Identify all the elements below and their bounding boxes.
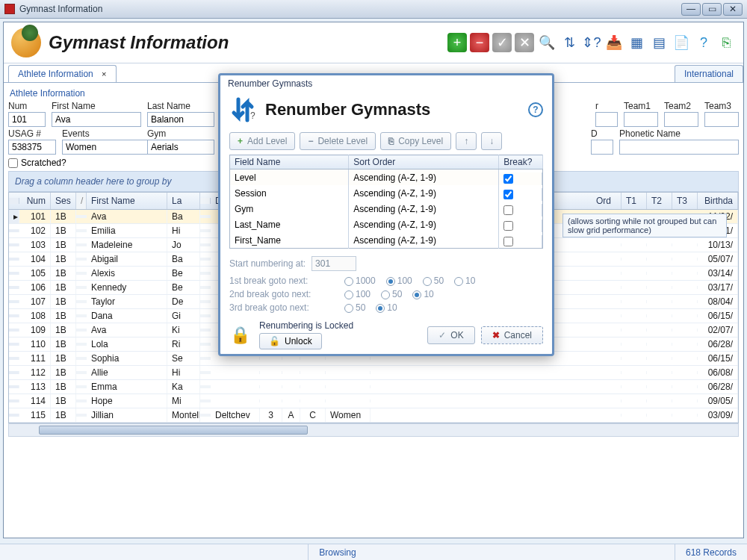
grid-col-Birthda[interactable]: Birthda <box>698 193 738 209</box>
break-checkbox[interactable] <box>503 205 513 215</box>
grid2-icon[interactable]: ▤ <box>649 33 669 52</box>
break-option[interactable]: 10 <box>412 289 433 299</box>
label-usag: USAG # <box>8 128 56 139</box>
tab-athlete-information[interactable]: Athlete Information × <box>8 65 117 82</box>
label-start-numbering: Start numbering at: <box>229 258 306 269</box>
grid-col-T3[interactable]: T3 <box>672 193 698 209</box>
table-row[interactable]: 1121BAllieHi06/08/ <box>9 366 738 380</box>
tab-label: International <box>684 69 734 79</box>
header-toolbar: + − ✓ ✕ 🔍 ⇅ ⇕? 📥 ▦ ▤ 📄 ? ⎘ <box>447 33 736 52</box>
grid-col-indicator[interactable] <box>9 198 19 204</box>
move-up-button[interactable]: ↑ <box>456 132 477 150</box>
break-checkbox[interactable] <box>503 221 513 231</box>
copy-level-button[interactable]: ⎘Copy Level <box>380 132 451 150</box>
input-d[interactable] <box>591 140 613 155</box>
table-row[interactable]: 1151BJillianMontellaDeltchev3ACWomen03/0… <box>9 408 738 423</box>
input-last-name[interactable] <box>147 112 214 127</box>
sort-fields-table: Field Name Sort Order Break? LevelAscend… <box>229 155 543 249</box>
sort-icon[interactable]: ⇅ <box>560 33 579 52</box>
input-team2[interactable] <box>664 112 698 127</box>
table-row[interactable]: 1131BEmmaKa06/28/ <box>9 380 738 394</box>
col-field-name[interactable]: Field Name <box>230 155 349 169</box>
grid-col-T2[interactable]: T2 <box>647 193 672 209</box>
break-option[interactable]: 50 <box>423 276 444 286</box>
label-phonetic: Phonetic Name <box>619 128 739 139</box>
break-checkbox[interactable] <box>503 174 513 184</box>
label-events: Events <box>62 128 141 139</box>
maximize-button[interactable]: ▭ <box>702 3 722 16</box>
notes-icon[interactable]: 📄 <box>672 33 691 52</box>
tab-international[interactable]: International <box>675 65 743 82</box>
checkbox-scratched[interactable] <box>8 158 18 168</box>
app-icon <box>4 4 15 14</box>
break-option[interactable]: 50 <box>344 302 365 313</box>
cancel-icon[interactable]: ✕ <box>515 33 534 52</box>
renumber-icon[interactable]: ⇕? <box>582 33 601 52</box>
remove-icon[interactable]: − <box>470 33 489 52</box>
add-icon[interactable]: + <box>447 33 467 52</box>
move-down-button[interactable]: ↓ <box>481 132 502 150</box>
dialog-help-icon[interactable]: ? <box>528 102 543 117</box>
dialog-heading: Renumber Gymnasts <box>265 100 430 119</box>
sort-field-row[interactable]: GymAscending (A-Z, 1-9) <box>230 201 543 217</box>
input-team1[interactable] <box>624 112 658 127</box>
break-option[interactable]: 100 <box>344 289 371 299</box>
unlock-icon: 🔓 <box>269 336 280 346</box>
status-bar: Browsing 618 Records <box>0 544 747 560</box>
break-option[interactable]: 50 <box>381 289 402 299</box>
input-team3[interactable] <box>704 112 739 127</box>
input-r[interactable] <box>595 112 618 127</box>
label-team2: Team2 <box>664 101 698 111</box>
label-d: D <box>591 128 613 139</box>
input-first-name[interactable] <box>52 112 141 127</box>
break-row: 1st break goto next:10001005010 <box>229 276 543 286</box>
grid-col-/[interactable]: / <box>76 193 87 209</box>
grid-col-T1[interactable]: T1 <box>622 193 647 209</box>
table-row[interactable]: 1141BHopeMi09/05/ <box>9 394 738 408</box>
grid-col-Ord[interactable]: Ord <box>592 193 622 209</box>
status-records: 618 Records <box>675 544 747 560</box>
ok-button[interactable]: ✓OK <box>427 326 474 344</box>
grid1-icon[interactable]: ▦ <box>627 33 646 52</box>
sort-field-row[interactable]: Last_NameAscending (A-Z, 1-9) <box>230 217 543 232</box>
grid-col-Num[interactable]: Num <box>19 193 51 209</box>
break-checkbox[interactable] <box>503 237 513 246</box>
break-option[interactable]: 100 <box>386 276 412 286</box>
add-level-button[interactable]: +Add Level <box>229 132 295 150</box>
delete-level-button[interactable]: −Delete Level <box>300 132 376 150</box>
grid-hscrollbar[interactable] <box>8 423 739 437</box>
minimize-button[interactable]: — <box>681 3 701 16</box>
grid-col-Ses[interactable]: Ses <box>51 193 76 209</box>
input-start-numbering[interactable] <box>311 256 356 271</box>
break-option[interactable]: 10 <box>454 276 475 286</box>
input-usag[interactable] <box>8 140 56 155</box>
confirm-icon[interactable]: ✓ <box>492 33 512 52</box>
input-gym[interactable] <box>147 140 214 155</box>
move-icon[interactable]: 📥 <box>604 33 624 52</box>
sort-field-row[interactable]: SessionAscending (A-Z, 1-9) <box>230 185 543 201</box>
input-phonetic[interactable] <box>619 140 739 155</box>
grid-col-indicator[interactable] <box>200 198 211 204</box>
cancel-button[interactable]: ✖Cancel <box>481 326 543 344</box>
input-num[interactable] <box>8 112 46 127</box>
break-option[interactable]: 10 <box>376 302 397 313</box>
col-break[interactable]: Break? <box>499 155 543 169</box>
header-strip: Gymnast Information + − ✓ ✕ 🔍 ⇅ ⇕? 📥 ▦ ▤… <box>4 22 743 63</box>
col-sort-order[interactable]: Sort Order <box>349 155 499 169</box>
grid-col-First Name[interactable]: First Name <box>87 193 167 209</box>
label-num: Num <box>8 101 46 111</box>
label-team3: Team3 <box>704 101 739 111</box>
sort-field-row[interactable]: LevelAscending (A-Z, 1-9) <box>230 169 543 186</box>
exit-icon[interactable]: ⎘ <box>716 33 736 52</box>
close-button[interactable]: ✕ <box>723 3 743 16</box>
dialog-title: Renumber Gymnasts <box>220 75 552 92</box>
help-icon[interactable]: ? <box>694 33 713 52</box>
search-icon[interactable]: 🔍 <box>537 33 557 52</box>
sort-field-row[interactable]: First_NameAscending (A-Z, 1-9) <box>230 232 543 249</box>
break-option[interactable]: 1000 <box>344 276 376 286</box>
break-checkbox[interactable] <box>503 190 513 199</box>
label-gym: Gym <box>147 128 214 139</box>
grid-col-La[interactable]: La <box>167 193 200 209</box>
tab-close-icon[interactable]: × <box>102 69 106 78</box>
unlock-button[interactable]: 🔓 Unlock <box>259 333 322 349</box>
